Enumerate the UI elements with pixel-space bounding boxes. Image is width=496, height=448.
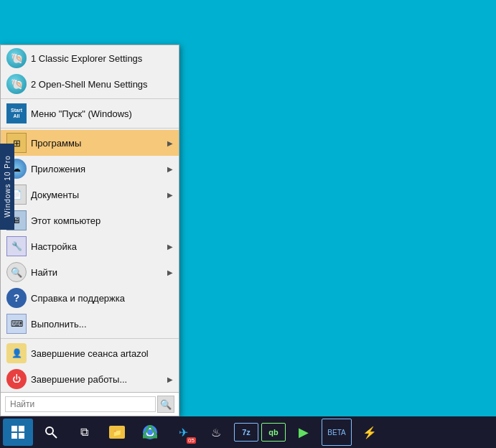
signout-icon: 👤 — [6, 343, 27, 363]
taskbar: ⧉ 📁 ✈ 05 ♨ 7z qb ▶ BETA ⚡ — [0, 416, 496, 448]
separator-2 — [1, 128, 179, 129]
shutdown-icon: ⏻ — [6, 369, 27, 389]
taskbar-play-button[interactable]: ▶ — [289, 419, 319, 446]
menu-item-documents[interactable]: 📄 Документы ▶ — [1, 182, 179, 207]
menu-label-programs: Программы — [31, 138, 164, 149]
menu-label-documents: Документы — [31, 190, 164, 200]
apps-arrow: ▶ — [167, 165, 173, 173]
taskbar-app2-button[interactable]: ⚡ — [355, 419, 385, 446]
menu-label-open-shell: 2 Open-Shell Menu Settings — [31, 79, 173, 90]
menu-label-help: Справка и поддержка — [31, 293, 173, 304]
svg-rect-1 — [19, 426, 24, 431]
taskbar-telegram-button[interactable]: ✈ 05 — [168, 419, 198, 446]
svg-rect-0 — [11, 426, 17, 431]
taskbar-7zip-button[interactable]: 7z — [234, 423, 258, 442]
shutdown-arrow: ▶ — [167, 375, 173, 383]
menu-item-start-windows[interactable]: StartAll Меню "Пуск" (Windows) — [1, 101, 179, 126]
separator-3 — [1, 338, 179, 339]
shell-icon-2: 🐚 — [6, 74, 27, 94]
menu-item-open-shell[interactable]: 🐚 2 Open-Shell Menu Settings — [1, 71, 179, 97]
find-arrow: ▶ — [167, 269, 173, 276]
start-icon: StartAll — [6, 103, 27, 123]
shell-icon-1: 🐚 — [6, 48, 27, 68]
taskbar-qb-button[interactable]: qb — [261, 423, 286, 442]
menu-item-run[interactable]: ⌨ Выполнить... — [1, 311, 179, 337]
taskbar-search-button[interactable] — [36, 419, 66, 446]
win-pro-label: Windows 10 Pro — [0, 144, 14, 230]
menu-item-apps[interactable]: ☁ Приложения ▶ — [1, 156, 179, 182]
svg-rect-2 — [11, 433, 17, 439]
menu-item-classic-explorer[interactable]: 🐚 1 Classic Explorer Settings — [1, 45, 179, 71]
svg-line-5 — [52, 434, 57, 438]
documents-arrow: ▶ — [167, 191, 173, 199]
help-icon: ? — [6, 288, 27, 308]
svg-rect-3 — [19, 433, 24, 439]
find-icon: 🔍 — [6, 262, 27, 282]
menu-search-button[interactable]: 🔍 — [157, 396, 174, 413]
desktop: 🐚 1 Classic Explorer Settings 🐚 2 Open-S… — [0, 0, 496, 416]
menu-label-settings: Настройка — [31, 241, 164, 252]
menu-label-run: Выполнить... — [31, 319, 173, 330]
programs-arrow: ▶ — [167, 139, 173, 147]
menu-item-settings[interactable]: 🔧 Настройка ▶ — [1, 233, 179, 259]
menu-label-start-windows: Меню "Пуск" (Windows) — [31, 108, 173, 119]
taskbar-beta-button[interactable]: BETA — [322, 419, 352, 446]
taskbar-steam-button[interactable]: ♨ — [201, 419, 231, 446]
menu-label-computer: Этот компьютер — [31, 215, 173, 226]
menu-label-find: Найти — [31, 267, 164, 278]
taskbar-taskview-button[interactable]: ⧉ — [69, 419, 99, 446]
settings-icon: 🔧 — [6, 236, 27, 256]
start-button[interactable] — [3, 419, 33, 446]
menu-item-computer[interactable]: 🖥 Этот компьютер — [1, 207, 179, 233]
separator-1 — [1, 98, 179, 99]
menu-item-help[interactable]: ? Справка и поддержка — [1, 285, 179, 311]
menu-item-shutdown[interactable]: ⏻ Завершение работы... ▶ — [1, 366, 179, 392]
run-icon: ⌨ — [6, 314, 27, 334]
menu-item-find[interactable]: 🔍 Найти ▶ — [1, 259, 179, 285]
menu-label-classic-explorer: 1 Classic Explorer Settings — [31, 53, 173, 64]
menu-item-signout[interactable]: 👤 Завершение сеанса artazol — [1, 340, 179, 366]
svg-point-4 — [46, 427, 53, 434]
menu-label-signout: Завершение сеанса artazol — [31, 348, 173, 359]
menu-search-input[interactable] — [5, 396, 156, 412]
start-menu: 🐚 1 Classic Explorer Settings 🐚 2 Open-S… — [0, 45, 179, 416]
taskbar-chrome-button[interactable] — [135, 419, 165, 446]
settings-arrow: ▶ — [167, 243, 173, 251]
menu-label-apps: Приложения — [31, 164, 164, 174]
menu-search-bar: 🔍 — [1, 392, 179, 416]
taskbar-fileexplorer-button[interactable]: 📁 — [102, 419, 132, 446]
menu-label-shutdown: Завершение работы... — [31, 374, 164, 385]
menu-item-programs[interactable]: ⊞ Программы ▶ — [1, 130, 179, 156]
